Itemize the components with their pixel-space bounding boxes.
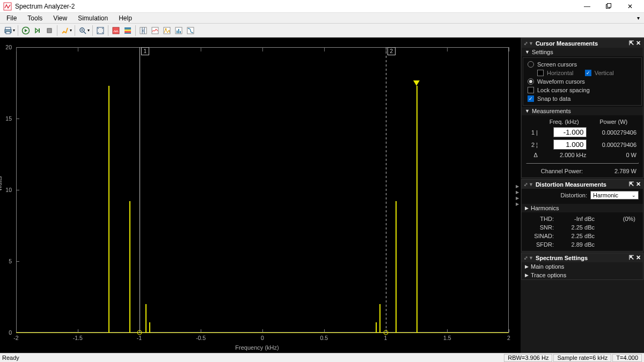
svg-point-25 xyxy=(165,28,167,29)
svg-rect-28 xyxy=(178,29,179,33)
menu-tools[interactable]: Tools xyxy=(22,13,48,23)
screen-cursors-radio[interactable]: Screen cursors xyxy=(528,60,637,69)
svg-rect-2 xyxy=(607,4,611,8)
cursor-meas-button[interactable]: X xyxy=(137,25,149,36)
harmonics-section[interactable]: ▶Harmonics xyxy=(522,204,643,212)
panel-close-icon[interactable]: ✕ xyxy=(636,254,641,261)
close-button[interactable]: ✕ xyxy=(619,0,641,13)
svg-rect-18 xyxy=(125,31,131,33)
distortion-measurements-panel: ⤢▼ Distortion Measurements ⇱✕ Distortion… xyxy=(521,179,643,252)
cursor-meas-section[interactable]: ▼Measurements xyxy=(522,107,643,115)
menubar: File Tools View Simulation Help ▾ xyxy=(0,13,644,24)
status-sample-rate: Sample rate=6 kHz xyxy=(553,354,611,362)
svg-line-11 xyxy=(84,32,86,34)
menubar-overflow[interactable]: ▾ xyxy=(634,15,643,21)
cursor-settings-section[interactable]: ▼Settings xyxy=(522,48,643,56)
stop-button[interactable] xyxy=(43,25,55,36)
titlebar: Spectrum Analyzer-2 — ✕ xyxy=(0,0,644,13)
menu-help[interactable]: Help xyxy=(113,13,137,23)
step-button[interactable] xyxy=(32,25,43,36)
menu-simulation[interactable]: Simulation xyxy=(72,13,113,23)
ccdf-button[interactable] xyxy=(185,25,196,36)
side-panels: ⤢▼ Cursor Measurements ⇱✕ ▼Settings Scre… xyxy=(521,38,644,353)
cursor-panel-title: Cursor Measurements xyxy=(536,40,598,47)
svg-rect-27 xyxy=(177,31,178,33)
status-ready: Ready xyxy=(2,354,503,361)
status-time: T=4.000 xyxy=(612,354,642,362)
panel-close-icon[interactable]: ✕ xyxy=(636,181,641,188)
spectrum-settings-panel: ⤢▼ Spectrum Settings ⇱✕ ▶Main options ▶T… xyxy=(521,253,643,280)
cursor-measurements-panel: ⤢▼ Cursor Measurements ⇱✕ ▼Settings Scre… xyxy=(521,38,643,178)
distortion-label: Distortion: xyxy=(560,192,587,198)
minimize-button[interactable]: — xyxy=(576,0,598,13)
cursor2-freq-input[interactable] xyxy=(553,139,587,150)
waveform-cursors-radio[interactable]: Waveform cursors xyxy=(528,77,637,86)
distortion-select[interactable]: Harmonic⌄ xyxy=(590,191,639,200)
svg-rect-8 xyxy=(47,28,52,33)
print-button[interactable] xyxy=(2,25,14,36)
panel-undock-icon[interactable]: ⇱ xyxy=(629,181,634,188)
panel-undock-icon[interactable]: ⇱ xyxy=(629,254,634,261)
distortion-button[interactable] xyxy=(173,25,185,36)
statusbar: Ready RBW=3.906 Hz Sample rate=6 kHz T=4… xyxy=(0,353,644,362)
app-icon xyxy=(3,2,12,11)
panel-close-icon[interactable]: ✕ xyxy=(636,40,641,47)
svg-rect-7 xyxy=(39,28,40,33)
workspace: Watts Frequency (kHz) 05101520-2-1.5-1-0… xyxy=(0,38,644,353)
maximize-button[interactable] xyxy=(598,0,619,13)
run-button[interactable] xyxy=(20,25,32,36)
svg-rect-29 xyxy=(180,31,181,33)
panel-undock-icon[interactable]: ⇱ xyxy=(629,40,634,47)
zoom-button[interactable] xyxy=(77,25,89,36)
spectrum-panel-title: Spectrum Settings xyxy=(536,255,588,261)
autoscale-button[interactable] xyxy=(94,25,106,36)
cursor1-freq-input[interactable] xyxy=(553,127,587,137)
spectrum-button[interactable] xyxy=(110,25,122,36)
horizontal-check: Horizontal ✓Vertical xyxy=(537,69,637,77)
plot-area[interactable]: Watts Frequency (kHz) 05101520-2-1.5-1-0… xyxy=(0,38,514,353)
trace-options-section[interactable]: ▶Trace options xyxy=(522,271,643,279)
main-options-section[interactable]: ▶Main options xyxy=(522,262,643,271)
peak-finder-button[interactable] xyxy=(161,25,173,36)
svg-text:X: X xyxy=(142,29,144,33)
window-title: Spectrum Analyzer-2 xyxy=(15,3,576,10)
toolbar: ▾ ▾ ▾ X xyxy=(0,24,644,38)
snap-to-data-check[interactable]: ✓Snap to data xyxy=(528,94,637,103)
highlight-button[interactable] xyxy=(59,25,71,36)
panel-collapse-handle[interactable]: ▶▶▶▶ xyxy=(514,38,521,353)
svg-rect-5 xyxy=(6,32,10,34)
signal-stats-button[interactable] xyxy=(149,25,161,36)
distortion-panel-title: Distortion Measurements xyxy=(536,181,606,188)
cursor-measurements-table: Freq. (kHz)Power (W) 1 |0.000279406 2 ¦0… xyxy=(526,117,639,159)
status-rbw: RBW=3.906 Hz xyxy=(504,354,552,362)
menu-file[interactable]: File xyxy=(1,13,22,23)
x-axis-label: Frequency (kHz) xyxy=(235,344,279,351)
lock-spacing-check[interactable]: Lock cursor spacing xyxy=(528,86,637,94)
menu-view[interactable]: View xyxy=(48,13,72,23)
svg-point-9 xyxy=(63,31,65,32)
spectrogram-button[interactable] xyxy=(122,25,134,36)
